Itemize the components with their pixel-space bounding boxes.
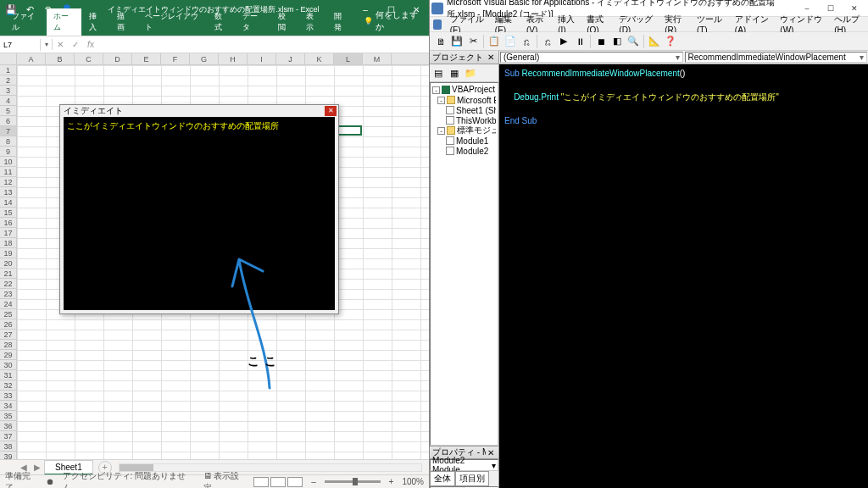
column-header[interactable]: L xyxy=(334,53,363,64)
row-header[interactable]: 1 xyxy=(0,65,16,75)
toolbar-button-8[interactable]: ⏸ xyxy=(572,34,587,49)
toolbar-button-10[interactable]: ◧ xyxy=(609,34,625,49)
row-header[interactable]: 23 xyxy=(0,289,16,299)
code-area[interactable]: Sub RecommendImmediateWindowPlacement() … xyxy=(499,64,868,488)
toolbar-button-3[interactable]: 📋 xyxy=(487,34,502,49)
immediate-window-body[interactable]: ここがイミディエイトウィンドウのおすすめの配置場所 xyxy=(64,117,335,310)
project-tree[interactable]: -VBAProject (イミデ -Microsoft Excel Ob She… xyxy=(430,82,498,446)
formula-input[interactable] xyxy=(98,43,429,47)
row-header[interactable]: 13 xyxy=(0,187,16,197)
immediate-window-titlebar[interactable]: イミディエイト ✕ xyxy=(60,105,338,117)
enter-formula-icon[interactable]: ✓ xyxy=(68,38,83,51)
tree-thisworkbook[interactable]: ThisWorkbook xyxy=(456,116,496,125)
toolbar-button-13[interactable]: ❓ xyxy=(663,34,678,49)
toolbar-button-7[interactable]: ▶ xyxy=(556,34,571,49)
row-header[interactable]: 38 xyxy=(0,441,16,452)
column-header[interactable]: B xyxy=(46,53,75,64)
toolbar-button-11[interactable]: 🔍 xyxy=(626,34,641,49)
page-layout-view-button[interactable] xyxy=(270,477,286,487)
fx-icon[interactable]: fx xyxy=(83,38,98,51)
column-header[interactable]: D xyxy=(103,53,132,64)
row-header[interactable]: 2 xyxy=(0,75,16,86)
row-header[interactable]: 3 xyxy=(0,86,16,96)
column-header[interactable]: E xyxy=(132,53,161,64)
row-header[interactable]: 12 xyxy=(0,177,16,187)
row-header[interactable]: 18 xyxy=(0,238,16,248)
ribbon-tab-ページレイアウト[interactable]: ページレイアウト xyxy=(138,8,207,36)
row-header[interactable]: 36 xyxy=(0,421,16,431)
column-header[interactable]: H xyxy=(219,53,248,64)
row-header[interactable]: 34 xyxy=(0,401,16,411)
row-header[interactable]: 16 xyxy=(0,218,16,228)
zoom-in-button[interactable]: + xyxy=(389,477,394,486)
tree-excel-objects[interactable]: Microsoft Excel Ob xyxy=(457,96,496,105)
zoom-slider[interactable] xyxy=(325,480,381,483)
ribbon-tab-データ[interactable]: データ xyxy=(236,8,270,36)
close-icon[interactable]: ✕ xyxy=(325,106,337,116)
row-header[interactable]: 8 xyxy=(0,136,16,147)
row-header[interactable]: 14 xyxy=(0,197,16,208)
properties-object-dropdown[interactable]: Module2 Module▾ xyxy=(430,459,498,471)
zoom-level[interactable]: 100% xyxy=(402,477,424,486)
ribbon-tab-数式[interactable]: 数式 xyxy=(208,8,235,36)
name-box[interactable]: L7 xyxy=(0,39,41,51)
row-header[interactable]: 11 xyxy=(0,167,16,177)
tree-toggle-icon[interactable]: - xyxy=(432,86,440,94)
row-header[interactable]: 22 xyxy=(0,279,16,289)
row-header[interactable]: 35 xyxy=(0,411,16,421)
ribbon-tab-ファイル[interactable]: ファイル xyxy=(5,8,46,36)
tree-toggle-icon[interactable]: - xyxy=(437,127,445,135)
ribbon-tab-開発[interactable]: 開発 xyxy=(327,8,354,36)
toolbar-button-6[interactable]: ⎌ xyxy=(540,34,555,49)
row-header[interactable]: 20 xyxy=(0,258,16,269)
select-all-corner[interactable] xyxy=(0,53,17,65)
row-header[interactable]: 33 xyxy=(0,391,16,401)
row-header[interactable]: 27 xyxy=(0,330,16,340)
row-header[interactable]: 9 xyxy=(0,147,16,157)
toolbar-button-1[interactable]: 💾 xyxy=(449,34,465,49)
toolbar-button-2[interactable]: ✂ xyxy=(465,34,481,49)
tree-toggle-icon[interactable]: - xyxy=(437,97,445,104)
row-header[interactable]: 28 xyxy=(0,340,16,350)
toggle-folders-icon[interactable]: 📁 xyxy=(463,65,478,80)
row-header[interactable]: 31 xyxy=(0,370,16,380)
row-header[interactable]: 39 xyxy=(0,452,16,459)
zoom-out-button[interactable]: – xyxy=(311,477,316,486)
tree-standard-modules[interactable]: 標準モジュール xyxy=(457,125,496,136)
worksheet-area[interactable]: ABCDEFGHIJKLM 12345678910111213141516171… xyxy=(0,53,429,459)
toolbar-button-5[interactable]: ⎌ xyxy=(519,34,534,49)
column-header[interactable]: F xyxy=(161,53,190,64)
row-header[interactable]: 37 xyxy=(0,431,16,441)
ribbon-tab-校閲[interactable]: 校閲 xyxy=(271,8,298,36)
view-object-icon[interactable]: ▦ xyxy=(447,65,462,80)
toolbar-button-12[interactable]: 📐 xyxy=(647,34,662,49)
horizontal-scrollbar[interactable] xyxy=(119,463,422,472)
row-header[interactable]: 30 xyxy=(0,360,16,370)
row-header[interactable]: 7 xyxy=(0,126,16,136)
tell-me-search[interactable]: 💡 何をしますか xyxy=(355,7,429,36)
column-header[interactable]: I xyxy=(248,53,276,64)
ribbon-tab-表示[interactable]: 表示 xyxy=(299,8,326,36)
object-dropdown[interactable]: (General)▾ xyxy=(500,52,683,63)
tree-sheet1[interactable]: Sheet1 (Sheet xyxy=(456,106,496,115)
row-header[interactable]: 24 xyxy=(0,299,16,309)
row-header[interactable]: 26 xyxy=(0,319,16,330)
toolbar-button-9[interactable]: ⏹ xyxy=(593,34,609,49)
column-header[interactable]: M xyxy=(363,53,392,64)
toolbar-button-0[interactable]: 🗎 xyxy=(433,34,448,49)
row-header[interactable]: 29 xyxy=(0,350,16,360)
row-header[interactable]: 5 xyxy=(0,106,16,116)
row-header[interactable]: 25 xyxy=(0,309,16,319)
row-header[interactable]: 10 xyxy=(0,157,16,167)
row-header[interactable]: 6 xyxy=(0,116,16,126)
column-header[interactable]: G xyxy=(190,53,219,64)
ribbon-tab-描画[interactable]: 描画 xyxy=(110,8,137,36)
column-header[interactable]: J xyxy=(276,53,305,64)
prop-tab-categorized[interactable]: 項目別 xyxy=(455,471,489,486)
close-icon[interactable]: ✕ xyxy=(486,53,496,62)
tree-root[interactable]: VBAProject (イミデ xyxy=(452,84,496,96)
ribbon-tab-挿入[interactable]: 挿入 xyxy=(82,8,109,36)
record-macro-icon[interactable]: ⏺ xyxy=(46,477,54,486)
prop-tab-all[interactable]: 全体 xyxy=(430,471,455,486)
column-header[interactable]: C xyxy=(75,53,103,64)
